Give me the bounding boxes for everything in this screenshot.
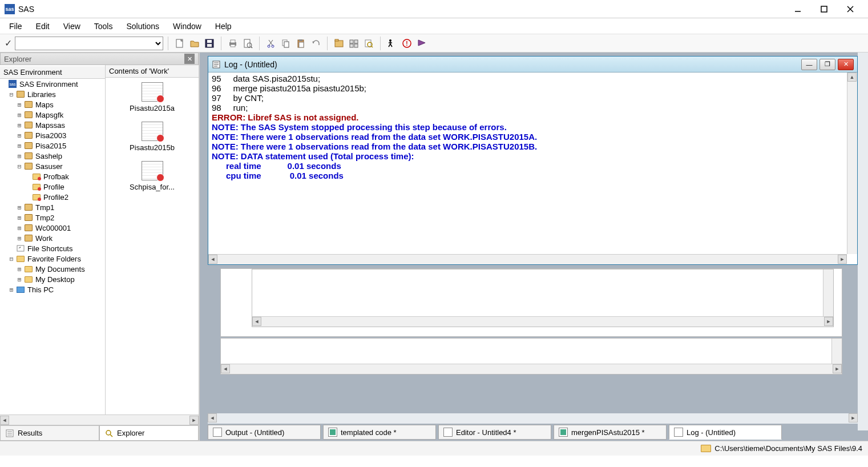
tree-twisty[interactable]: ⊟ <box>8 91 15 98</box>
tree-lib-sasuser[interactable]: ⊟Sasuser <box>0 161 105 171</box>
save-icon[interactable] <box>203 37 216 50</box>
menu-edit[interactable]: Edit <box>29 19 56 33</box>
contents-header: Contents of 'Work' <box>106 65 199 78</box>
log-maximize-button[interactable]: ❐ <box>819 59 835 70</box>
workspace-tab-log----untitled-[interactable]: Log - (Untitled) <box>669 425 782 440</box>
tree-twisty[interactable]: ⊞ <box>16 214 23 222</box>
menu-solutions[interactable]: Solutions <box>119 19 166 33</box>
tree-twisty[interactable]: ⊞ <box>16 265 23 273</box>
submit-check-icon[interactable]: ✓ <box>2 38 14 49</box>
contents-item-schpisafor[interactable]: Schpisa_for... <box>106 156 199 196</box>
tree-twisty[interactable]: ⊞ <box>16 204 23 211</box>
tree-lib-tmp2[interactable]: ⊞Tmp2 <box>0 212 105 223</box>
results-tab[interactable]: Results <box>0 425 99 441</box>
tree-twisty[interactable]: ⊞ <box>16 152 23 160</box>
log-v-scrollbar[interactable]: ▲ <box>847 73 857 254</box>
tree-node-icon <box>16 285 25 294</box>
subwin-h-scrollbar[interactable]: ◄► <box>252 316 833 327</box>
paste-icon[interactable] <box>294 37 308 50</box>
workspace-tab-editor---untitled4--[interactable]: Editor - Untitled4 * <box>438 425 551 440</box>
tree-twisty[interactable]: ⊟ <box>8 255 15 263</box>
stop-icon[interactable]: ! <box>400 37 414 50</box>
tree-twisty[interactable]: ⊞ <box>8 286 15 293</box>
log-h-scrollbar[interactable]: ◄► <box>208 254 847 264</box>
results-tab-label: Results <box>18 429 42 437</box>
maximize-button[interactable] <box>811 0 837 18</box>
tree-twisty[interactable]: ⊞ <box>16 122 23 129</box>
tree-lib-mapsgfk[interactable]: ⊞Mapsgfk <box>0 110 105 120</box>
contents-item-pisastu2015a[interactable]: Pisastu2015a <box>106 78 199 117</box>
tree-view[interactable]: SAS Environment sasSAS Environment⊟Libra… <box>0 65 106 414</box>
svg-rect-19 <box>284 42 289 47</box>
explorer-tab[interactable]: Explorer <box>99 425 199 441</box>
tree-lib-work[interactable]: ⊞Work <box>0 233 105 243</box>
command-combo[interactable] <box>15 37 163 50</box>
copy-icon[interactable] <box>279 37 293 50</box>
tree-favorite-folders[interactable]: ⊟Favorite Folders <box>0 253 105 264</box>
tree-twisty[interactable]: ⊞ <box>16 276 23 283</box>
new-icon[interactable] <box>173 37 187 50</box>
menu-file[interactable]: File <box>2 19 29 33</box>
help-icon[interactable] <box>415 37 429 50</box>
undo-icon[interactable] <box>309 37 322 50</box>
workspace-tab-output----untitled-[interactable]: Output - (Untitled) <box>208 425 321 440</box>
tree-lib-pisa2003[interactable]: ⊞Pisa2003 <box>0 130 105 140</box>
tree-libraries[interactable]: ⊟Libraries <box>0 89 105 99</box>
contents-item-pisastu2015b[interactable]: Pisastu2015b <box>106 117 199 156</box>
log-body[interactable]: 95 data SAS.pisa2015stu;96 merge pisastu… <box>208 73 857 264</box>
explorer-icon[interactable] <box>332 37 346 50</box>
menu-window[interactable]: Window <box>166 19 208 33</box>
background-window-1[interactable]: ◄► <box>220 268 842 337</box>
tree-lib-wc000001[interactable]: ⊞Wc000001 <box>0 223 105 233</box>
tree-fav-my-documents[interactable]: ⊞My Documents <box>0 264 105 274</box>
log-minimize-button[interactable]: — <box>801 59 817 70</box>
open-icon[interactable] <box>188 37 201 50</box>
tree-sasuser-profbak[interactable]: Profbak <box>0 171 105 182</box>
contents-view[interactable]: Contents of 'Work' Pisastu2015aPisastu20… <box>106 65 199 414</box>
print-preview-icon[interactable] <box>241 37 255 50</box>
workspace-v-scrollbar[interactable] <box>858 53 868 430</box>
cut-icon[interactable] <box>264 37 278 50</box>
tree-lib-pisa2015[interactable]: ⊞Pisa2015 <box>0 140 105 151</box>
libraries-icon[interactable] <box>347 37 361 50</box>
log-close-button[interactable]: ✕ <box>838 59 854 70</box>
tree-sasuser-profile[interactable]: Profile <box>0 182 105 192</box>
background-window-3[interactable]: ◄► <box>220 338 842 375</box>
tree-sasuser-profile2[interactable]: Profile2 <box>0 192 105 202</box>
tree-file-shortcuts[interactable]: File Shortcuts <box>0 243 105 253</box>
workspace-tab-mergenpisastu2015--[interactable]: mergenPISAstu2015 * <box>554 425 667 440</box>
tree-twisty[interactable]: ⊞ <box>16 235 23 242</box>
tree-lib-mapssas[interactable]: ⊞Mapssas <box>0 120 105 130</box>
subwin-v-scrollbar[interactable] <box>823 269 833 316</box>
workspace-tab-templated-code--[interactable]: templated code * <box>323 425 436 440</box>
subwin-h-scrollbar[interactable]: ◄► <box>221 364 842 374</box>
workspace-h-scrollbar[interactable]: ◄► <box>208 413 858 424</box>
close-button[interactable] <box>837 0 863 18</box>
tree-node-icon <box>24 234 33 243</box>
tree-fav-my-desktop[interactable]: ⊞My Desktop <box>0 274 105 284</box>
tree-lib-sashelp[interactable]: ⊞Sashelp <box>0 151 105 161</box>
tree-twisty[interactable]: ⊞ <box>16 142 23 150</box>
menu-tools[interactable]: Tools <box>87 19 120 33</box>
run-icon[interactable] <box>385 37 399 50</box>
tree-lib-tmp1[interactable]: ⊞Tmp1 <box>0 202 105 212</box>
tree-twisty[interactable]: ⊞ <box>16 224 23 232</box>
explorer-close-button[interactable]: ✕ <box>184 54 195 64</box>
tree-lib-maps[interactable]: ⊞Maps <box>0 99 105 110</box>
print-icon[interactable] <box>226 37 240 50</box>
log-window-titlebar[interactable]: Log - (Untitled) — ❐ ✕ <box>208 57 857 73</box>
background-window-2[interactable]: ◄► <box>252 269 834 327</box>
tree-root-sas-environment[interactable]: sasSAS Environment <box>0 79 105 89</box>
tree-this-pc[interactable]: ⊞This PC <box>0 284 105 295</box>
tree-twisty[interactable]: ⊞ <box>16 101 23 108</box>
minimize-button[interactable] <box>785 0 811 18</box>
menu-help[interactable]: Help <box>208 19 239 33</box>
tree-twisty[interactable]: ⊟ <box>16 163 23 170</box>
tree-twisty[interactable]: ⊞ <box>16 132 23 139</box>
explorer-h-scrollbar[interactable]: ◄► <box>0 414 199 425</box>
tree-twisty[interactable]: ⊞ <box>16 111 23 119</box>
find-icon[interactable] <box>362 37 376 50</box>
subwin-v-scrollbar[interactable] <box>831 339 842 364</box>
svg-rect-10 <box>231 45 235 47</box>
menu-view[interactable]: View <box>56 19 87 33</box>
